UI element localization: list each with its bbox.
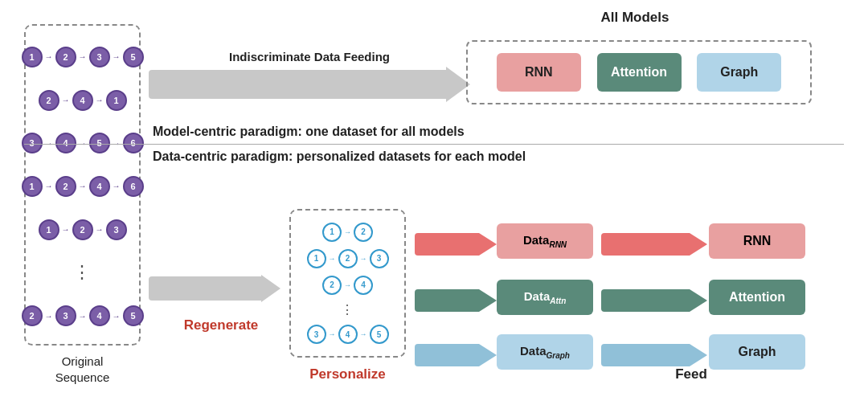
graph-arrow-2 (601, 344, 707, 366)
regenerate-label: Regenerate (165, 317, 277, 333)
arrow-body (415, 233, 479, 256)
seq-row-1: 1 → 2 → 3 → 5 (22, 47, 144, 67)
node: 1 (39, 219, 59, 240)
small-node: 1 (322, 223, 342, 242)
node: 2 (55, 47, 76, 67)
small-seq-row-2: 1 → 2 → 3 (307, 249, 389, 268)
small-node: 1 (307, 249, 326, 268)
small-node: 2 (354, 223, 373, 242)
attn-arrow-1 (415, 289, 497, 312)
arrow-icon: → (79, 182, 87, 190)
diagram: All Models 1 → 2 → 3 → 5 2 → 4 → 1 3 → 4… (0, 0, 868, 409)
small-node: 4 (338, 325, 358, 344)
node: 3 (89, 47, 110, 67)
arrow-head (479, 289, 497, 312)
seq-row-2: 2 → 4 → 1 (39, 90, 127, 111)
node: 3 (55, 305, 76, 326)
seq-row-4: 1 → 2 → 4 → 6 (22, 176, 144, 197)
small-arrow-icon: → (344, 281, 351, 289)
attention-bottom-box: Attention (709, 280, 805, 315)
seq-row-last: 2 → 3 → 4 → 5 (22, 305, 144, 326)
arrow-body (601, 233, 690, 256)
divider-line (24, 144, 844, 145)
data-rnn-subscript: RNN (549, 240, 567, 249)
arrow-icon: → (113, 182, 121, 190)
small-node: 3 (307, 325, 326, 344)
arrow-head (261, 275, 280, 302)
rnn-model-button: RNN (497, 53, 581, 92)
arrow-body (415, 289, 479, 312)
data-attn-subscript: Attn (550, 297, 566, 305)
rnn-arrow-2 (601, 233, 707, 256)
regen-arrow (149, 275, 280, 302)
small-node: 4 (354, 276, 373, 295)
arrow-head (690, 344, 707, 366)
small-seq-row-3: 2 → 4 (322, 276, 373, 295)
node: 5 (123, 47, 144, 67)
data-graph-label: DataGraph (520, 344, 570, 360)
top-models-box: RNN Attention Graph (466, 40, 812, 104)
ellipsis: ⋮ (73, 262, 92, 283)
arrow-icon: → (96, 225, 104, 234)
small-node: 3 (370, 249, 389, 268)
node: 6 (123, 176, 144, 197)
graph-arrow-1 (415, 344, 497, 366)
arrow-icon: → (45, 312, 53, 321)
arrow-icon: → (62, 225, 70, 234)
node: 1 (22, 176, 43, 197)
original-sequence-label: OriginalSequence (24, 354, 141, 385)
indiscriminate-data-feeding-label: Indiscriminate Data Feeding (229, 50, 390, 63)
graph-model-button: Graph (697, 53, 781, 92)
arrow-body (415, 344, 479, 366)
node: 2 (22, 305, 43, 326)
node: 4 (72, 90, 93, 111)
node: 3 (106, 219, 127, 240)
arrow-icon: → (79, 312, 87, 321)
arrow-body (149, 276, 261, 301)
seq-row-5: 1 → 2 → 3 (39, 219, 127, 240)
attention-model-button: Attention (597, 53, 682, 92)
rnn-bottom-box: RNN (709, 223, 805, 259)
graph-bottom-box: Graph (709, 334, 805, 370)
model-centric-label: Model-centric paradigm: one dataset for … (153, 125, 465, 139)
small-arrow-icon: → (360, 330, 367, 338)
arrow-body (149, 70, 446, 99)
top-arrow-container: Indiscriminate Data Feeding (149, 50, 470, 102)
small-node: 2 (338, 249, 358, 268)
small-sequences-box: 1 → 2 1 → 2 → 3 2 → 4 ⋮ 3 → 4 → 5 (289, 209, 406, 358)
personalize-label: Personalize (285, 366, 410, 382)
arrow-icon: → (79, 52, 87, 61)
arrow-icon: → (45, 182, 53, 190)
rnn-arrow-1 (415, 233, 497, 256)
node: 1 (106, 90, 127, 111)
node: 2 (55, 176, 76, 197)
node: 2 (72, 219, 93, 240)
arrow-head (479, 344, 497, 366)
data-attn-box: DataAttn (497, 280, 593, 315)
small-node: 2 (322, 276, 342, 295)
arrow-head (690, 289, 707, 312)
small-seq-row-1: 1 → 2 (322, 223, 373, 242)
data-centric-label: Data-centric paradigm: personalized data… (153, 149, 526, 164)
arrow-body (601, 344, 690, 366)
arrow-icon: → (96, 96, 104, 104)
divider-row: Model-centric paradigm: one dataset for … (24, 125, 844, 164)
arrow-icon: → (45, 52, 53, 61)
data-rnn-box: DataRNN (497, 223, 593, 259)
small-arrow-icon: → (329, 330, 336, 338)
small-node: 5 (370, 325, 389, 344)
small-arrow-icon: → (360, 255, 367, 263)
node: 4 (89, 176, 110, 197)
data-attn-label: DataAttn (524, 289, 567, 305)
big-gray-arrow (149, 67, 470, 102)
data-graph-box: DataGraph (497, 334, 593, 370)
data-rnn-label: DataRNN (523, 233, 567, 249)
arrow-head (690, 233, 707, 256)
data-graph-subscript: Graph (547, 351, 570, 360)
small-ellipsis: ⋮ (341, 302, 355, 317)
node: 2 (39, 90, 59, 111)
arrow-head (479, 233, 497, 256)
arrow-icon: → (113, 52, 121, 61)
original-sequence-box: 1 → 2 → 3 → 5 2 → 4 → 1 3 → 4 → 5 → 6 1 (24, 24, 141, 346)
arrow-icon: → (62, 96, 70, 104)
